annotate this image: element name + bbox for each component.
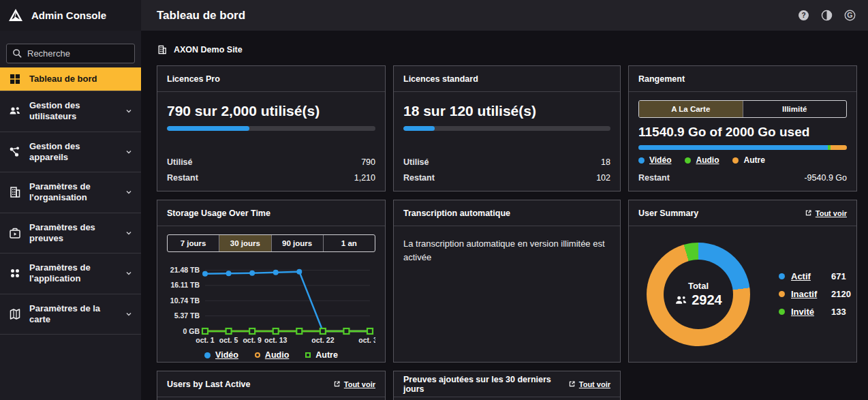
- tab-1-an[interactable]: 1 an: [323, 235, 375, 251]
- topbar-icons: ? G: [798, 10, 856, 21]
- chevron-down-icon: [125, 148, 133, 156]
- users-by-last-active-see-all-link[interactable]: Tout voir: [333, 380, 375, 388]
- brand: Admin Console: [0, 0, 141, 31]
- topbar: Admin Console Tableau de bord ? G: [0, 0, 868, 31]
- storage-headline: 11540.9 Go of 2000 Go used: [638, 125, 847, 140]
- evidence-added-see-all-link[interactable]: Tout voir: [568, 380, 610, 388]
- divider: [0, 334, 141, 335]
- sidebar-search: [6, 44, 135, 63]
- external-link-icon: [805, 209, 812, 217]
- sidebar-item-map-settings[interactable]: Paramètres de la carte: [0, 294, 141, 335]
- svg-text:5.37 TB: 5.37 TB: [174, 311, 200, 320]
- dashboard-grid: Licences Pro 790 sur 2,000 utilisé(s) Ut…: [157, 65, 860, 400]
- site-name: AXON Demo Site: [174, 45, 243, 55]
- donut-total-label: Total: [688, 281, 709, 291]
- sidebar-item-label: Gestion des appareils: [29, 141, 117, 164]
- stat-row: Restant 1,210: [167, 173, 375, 183]
- licenses-standard-headline: 18 sur 120 utilisé(s): [403, 103, 610, 119]
- card-evidence-added: Preuves ajoutées sur les 30 derniers jou…: [393, 371, 621, 400]
- user-summary-body: Total 2924: [638, 234, 847, 354]
- donut-total-value: 2924: [692, 292, 722, 308]
- axon-logo-icon: [7, 7, 24, 24]
- building-icon: [157, 44, 168, 55]
- card-title: Transcription automatique: [403, 209, 510, 218]
- sidebar-item-label: Paramètres de l'organisation: [29, 181, 117, 204]
- circled-g-icon[interactable]: G: [844, 10, 856, 21]
- devices-icon: [8, 145, 22, 159]
- card-title: Preuves ajoutées sur les 30 derniers jou…: [403, 375, 568, 394]
- svg-text:16.11 TB: 16.11 TB: [170, 281, 200, 289]
- legend-video[interactable]: Vidéo: [215, 350, 238, 360]
- stat-row: Restant -9540.9 Go: [638, 173, 847, 183]
- storage-plan-toggle: A La Carte Illimité: [638, 100, 847, 118]
- stat-row: Restant 102: [403, 173, 610, 183]
- user-donut-chart: Total 2924: [647, 243, 750, 346]
- card-title: Licences standard: [403, 74, 478, 84]
- app-title: Admin Console: [31, 10, 106, 21]
- page-header: Tableau de bord ? G: [141, 0, 868, 31]
- sidebar-item-evidence-settings[interactable]: Paramètres des preuves: [0, 213, 141, 253]
- svg-text:21.48 TB: 21.48 TB: [170, 266, 200, 274]
- svg-text:oct. 9: oct. 9: [243, 336, 262, 344]
- user-summary-see-all-link[interactable]: Tout voir: [805, 209, 847, 217]
- external-link-icon: [568, 380, 576, 388]
- tab-90-jours[interactable]: 90 jours: [271, 235, 323, 251]
- evidence-icon: [8, 226, 22, 240]
- sidebar-item-user-management[interactable]: Gestion des utilisateurs: [0, 91, 141, 132]
- sidebar-item-label: Paramètres de l'application: [29, 262, 117, 285]
- legend-actif-value: 671: [831, 271, 846, 281]
- tab-30-jours[interactable]: 30 jours: [219, 235, 270, 251]
- page-title: Tableau de bord: [157, 9, 245, 22]
- card-licenses-pro: Licences Pro 790 sur 2,000 utilisé(s) Ut…: [157, 65, 386, 191]
- licenses-pro-progress: [167, 126, 375, 131]
- external-link-icon: [333, 380, 341, 388]
- chevron-down-icon: [125, 188, 133, 196]
- tab-7-jours[interactable]: 7 jours: [168, 235, 219, 251]
- help-icon[interactable]: ?: [798, 10, 809, 21]
- storage-chart-legend: Vidéo Audio Autre: [167, 350, 375, 360]
- legend-actif[interactable]: Actif: [791, 271, 825, 281]
- toggle-a-la-carte[interactable]: A La Carte: [639, 101, 743, 117]
- legend-row-actif: Actif 671: [779, 271, 851, 281]
- legend-invite[interactable]: Invité: [791, 307, 825, 317]
- main-content: AXON Demo Site Licences Pro 790 sur 2,00…: [141, 31, 868, 400]
- stat-row: Utilisé 790: [167, 157, 375, 167]
- sidebar-item-dashboard[interactable]: Tableau de bord: [0, 67, 141, 91]
- svg-text:oct. 5: oct. 5: [219, 336, 238, 344]
- legend-audio[interactable]: Audio: [265, 350, 289, 360]
- card-storage-chart: Storage Usage Over Time 7 jours 30 jours…: [157, 200, 386, 363]
- contrast-icon[interactable]: [821, 10, 833, 21]
- licenses-pro-headline: 790 sur 2,000 utilisé(s): [167, 103, 375, 119]
- user-summary-legend: Actif 671 Inactif 2120 Invité 133: [779, 271, 851, 317]
- sidebar-item-device-management[interactable]: Gestion des appareils: [0, 132, 141, 172]
- site-header: AXON Demo Site: [157, 43, 860, 57]
- card-user-summary: User Summary Tout voir Total: [628, 200, 857, 363]
- sidebar-item-organization-settings[interactable]: Paramètres de l'organisation: [0, 172, 141, 213]
- card-storage: Rangement A La Carte Illimité 11540.9 Go…: [628, 65, 857, 191]
- sidebar-item-label: Gestion des utilisateurs: [29, 100, 117, 123]
- legend-inactif[interactable]: Inactif: [791, 289, 825, 299]
- legend-video[interactable]: Vidéo: [649, 155, 671, 165]
- legend-invite-value: 133: [831, 307, 846, 317]
- sidebar-item-application-settings[interactable]: Paramètres de l'application: [0, 253, 141, 294]
- sidebar-item-label: Tableau de bord: [29, 74, 133, 84]
- legend-row-invite: Invité 133: [779, 307, 851, 317]
- sidebar-item-label: Paramètres des preuves: [29, 222, 117, 245]
- storage-legend: Vidéo Audio Autre: [638, 155, 847, 165]
- card-title: Storage Usage Over Time: [167, 209, 270, 218]
- card-transcription: Transcription automatique La transcripti…: [393, 200, 621, 363]
- storage-line-chart: 0 GB5.37 TB10.74 TB16.11 TB21.48 TBoct. …: [167, 258, 375, 348]
- legend-audio[interactable]: Audio: [696, 155, 719, 165]
- card-title: Licences Pro: [167, 74, 220, 84]
- dashboard-icon: [8, 72, 22, 86]
- map-icon: [8, 307, 22, 321]
- users-icon: [8, 104, 22, 118]
- chevron-down-icon: [125, 107, 133, 115]
- svg-text:0 GB: 0 GB: [183, 327, 200, 335]
- search-input[interactable]: [6, 44, 135, 63]
- transcription-status-text: La transcription automatique en version …: [403, 237, 610, 264]
- toggle-illimite[interactable]: Illimité: [743, 101, 847, 117]
- legend-autre: Autre: [743, 155, 764, 165]
- licenses-standard-progress: [403, 126, 610, 131]
- chart-range-tabs: 7 jours 30 jours 90 jours 1 an: [167, 234, 375, 252]
